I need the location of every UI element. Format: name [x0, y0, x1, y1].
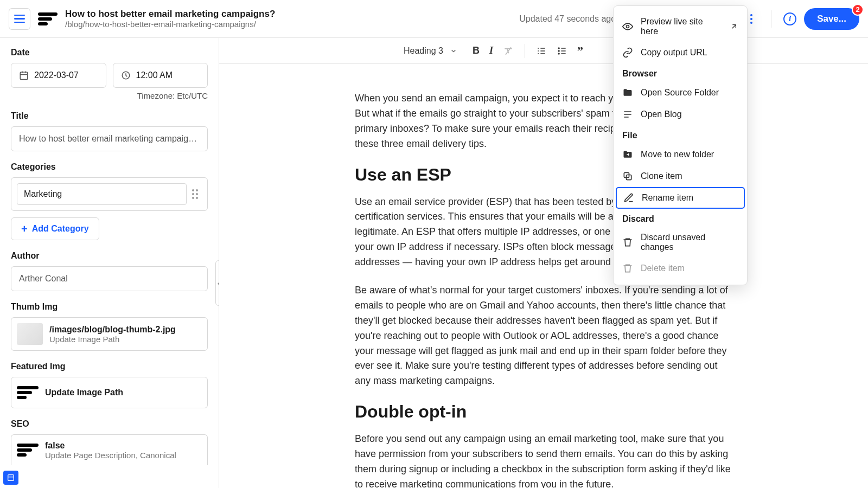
main-panel: Heading 3 B I ” When: [219, 38, 868, 488]
thumb-image-card[interactable]: /images/blog/blog-thumb-2.jpg Update Ima…: [11, 317, 208, 351]
field-label-featured: Featured Img: [11, 362, 208, 371]
date-value: 2022-03-07: [34, 70, 79, 80]
svg-point-5: [558, 53, 559, 54]
save-button[interactable]: Save... 2: [804, 8, 859, 30]
svg-rect-2: [8, 475, 14, 481]
category-chip[interactable]: Marketing: [17, 183, 187, 205]
placeholder-logo-icon: [17, 440, 39, 460]
chevron-down-icon: [450, 47, 457, 55]
field-label-title: Title: [11, 111, 208, 121]
blockquote-button[interactable]: ”: [577, 44, 583, 58]
author-value: Arther Conal: [19, 274, 68, 284]
categories-container: Marketing: [11, 177, 208, 211]
panel-icon: [7, 473, 15, 482]
dd-open-source[interactable]: Open Source Folder: [614, 82, 747, 104]
folder-move-icon: [622, 149, 633, 160]
info-button[interactable]: i: [783, 12, 796, 25]
heading[interactable]: Double opt-in: [355, 402, 732, 422]
drag-handle-icon[interactable]: [192, 189, 202, 199]
dd-delete: Delete item: [614, 258, 747, 279]
add-category-button[interactable]: + Add Category: [11, 217, 99, 240]
dd-discard-unsaved[interactable]: Discard unsaved changes: [614, 227, 747, 258]
panel-toggle-button[interactable]: [3, 471, 18, 485]
dd-move[interactable]: Move to new folder: [614, 144, 747, 165]
dd-section-browser: Browser: [614, 63, 747, 82]
field-label-seo: SEO: [11, 419, 208, 429]
add-category-label: Add Category: [32, 224, 89, 234]
title-input[interactable]: How to host better email marketing campa…: [11, 126, 208, 151]
category-label: Marketing: [24, 189, 62, 198]
date-input[interactable]: 2022-03-07: [11, 63, 106, 88]
app-logo: [38, 9, 58, 29]
title-block: How to host better email marketing campa…: [65, 9, 512, 29]
dd-rename[interactable]: Rename item: [616, 187, 745, 209]
menu-button[interactable]: [9, 8, 30, 30]
thumb-sub: Update Image Path: [49, 335, 176, 344]
dd-copy-url[interactable]: Copy output URL: [614, 42, 747, 63]
field-label-date: Date: [11, 48, 208, 57]
pencil-icon: [623, 192, 634, 203]
dd-section-file: File: [614, 125, 747, 144]
dd-clone[interactable]: Clone item: [614, 165, 747, 187]
trash-icon: [622, 263, 633, 274]
svg-rect-0: [20, 72, 28, 80]
editor-content[interactable]: When you send an email campaign, you exp…: [219, 64, 868, 488]
title-value: How to host better email marketing campa…: [19, 134, 200, 144]
sidebar: Date 2022-03-07 12:00 AM Timezone: Etc/U…: [0, 38, 219, 488]
paragraph[interactable]: Be aware of what's normal for your targe…: [355, 283, 732, 389]
dd-label: Open Source Folder: [641, 88, 719, 98]
field-label-thumb: Thumb Img: [11, 302, 208, 312]
dd-label: Clone item: [641, 171, 682, 181]
divider: [771, 10, 771, 28]
featured-image-card[interactable]: Update Image Path: [11, 377, 208, 408]
updated-label: Updated 47 seconds ago: [519, 14, 616, 24]
dd-label: Delete item: [641, 264, 685, 273]
clear-format-icon: [503, 46, 514, 56]
dd-label: Open Blog: [641, 110, 682, 119]
time-value: 12:00 AM: [136, 70, 173, 80]
dd-label: Rename item: [642, 193, 693, 203]
heading-value: Heading 3: [404, 46, 443, 56]
dd-section-discard: Discard: [614, 209, 747, 227]
clear-format-button[interactable]: [503, 46, 514, 56]
author-input[interactable]: Arther Conal: [11, 266, 208, 291]
thumb-path: /images/blog/blog-thumb-2.jpg: [49, 325, 176, 335]
timezone-label: Timezone: Etc/UTC: [11, 91, 208, 100]
link-icon: [622, 47, 633, 58]
dd-label: Move to new folder: [641, 150, 714, 159]
paragraph[interactable]: Before you send out any campaign using a…: [355, 432, 732, 488]
clock-icon: [121, 70, 131, 80]
eye-icon: [622, 21, 633, 32]
heading-select[interactable]: Heading 3: [404, 46, 462, 56]
italic-button[interactable]: I: [489, 45, 493, 56]
thumb-preview: [17, 323, 43, 345]
plus-icon: +: [21, 223, 28, 234]
bold-button[interactable]: B: [473, 45, 480, 56]
svg-point-6: [627, 25, 629, 28]
sidebar-collapse-handle[interactable]: [215, 260, 219, 306]
unordered-list-button[interactable]: [557, 46, 567, 56]
unordered-list-icon: [557, 46, 567, 56]
dd-label: Preview live site here: [641, 17, 722, 36]
page-title: How to host better email marketing campa…: [65, 9, 512, 20]
seo-value: false: [45, 441, 176, 451]
dd-label: Copy output URL: [641, 48, 707, 57]
time-input[interactable]: 12:00 AM: [113, 63, 208, 88]
featured-sub: Update Image Path: [45, 388, 123, 397]
dd-open-blog[interactable]: Open Blog: [614, 104, 747, 125]
external-link-icon: [730, 22, 738, 31]
field-label-author: Author: [11, 251, 208, 261]
ordered-list-button[interactable]: [536, 46, 547, 56]
dd-preview[interactable]: Preview live site here: [614, 11, 747, 42]
text-lines-icon: [622, 109, 633, 120]
field-label-categories: Categories: [11, 162, 208, 172]
save-label: Save...: [817, 14, 846, 24]
editor-toolbar: Heading 3 B I ”: [219, 38, 868, 64]
divider: [525, 44, 525, 58]
placeholder-logo-icon: [17, 383, 39, 402]
hamburger-icon: [14, 15, 25, 23]
kebab-icon: [750, 14, 752, 24]
seo-card[interactable]: false Update Page Description, Canonical: [11, 434, 208, 465]
page-path: /blog/how-to-host-better-email-marketing…: [65, 20, 512, 29]
svg-point-4: [558, 50, 559, 52]
